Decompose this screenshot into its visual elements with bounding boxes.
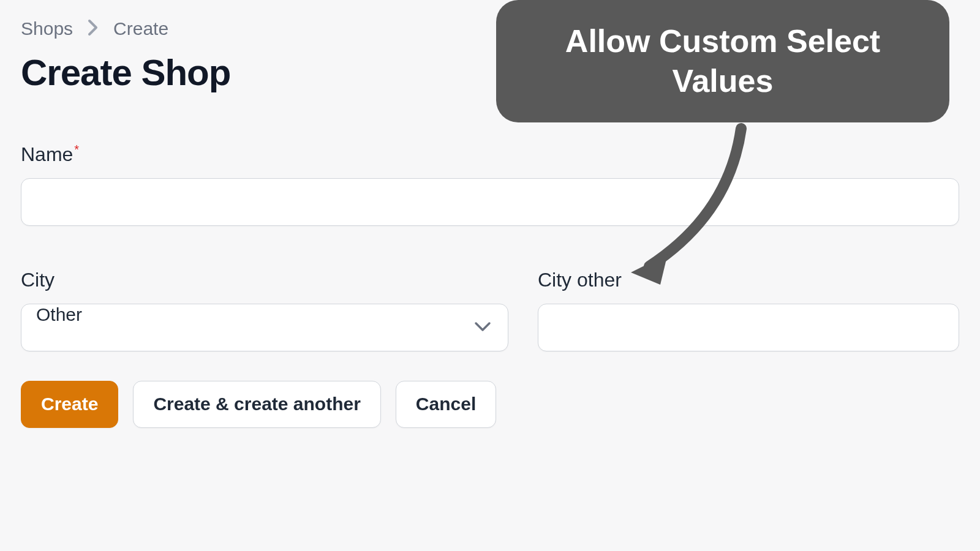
breadcrumb-current: Create — [113, 18, 168, 39]
name-input[interactable] — [21, 178, 959, 226]
city-other-label: City other — [538, 269, 959, 291]
breadcrumb-shops-link[interactable]: Shops — [21, 18, 73, 39]
cancel-button[interactable]: Cancel — [396, 381, 496, 428]
name-label: Name* — [21, 143, 959, 166]
create-another-button[interactable]: Create & create another — [133, 381, 380, 428]
city-label: City — [21, 269, 508, 291]
required-asterisk: * — [74, 143, 79, 156]
create-button[interactable]: Create — [21, 381, 118, 428]
callout-banner: Allow Custom Select Values — [496, 0, 949, 122]
callout-text: Allow Custom Select Values — [521, 21, 925, 101]
button-row: Create Create & create another Cancel — [21, 381, 959, 428]
chevron-right-icon — [88, 19, 99, 39]
city-select[interactable]: Other — [21, 304, 508, 351]
form-group-name: Name* — [21, 143, 959, 226]
name-label-text: Name — [21, 143, 73, 165]
city-other-input[interactable] — [538, 304, 959, 351]
